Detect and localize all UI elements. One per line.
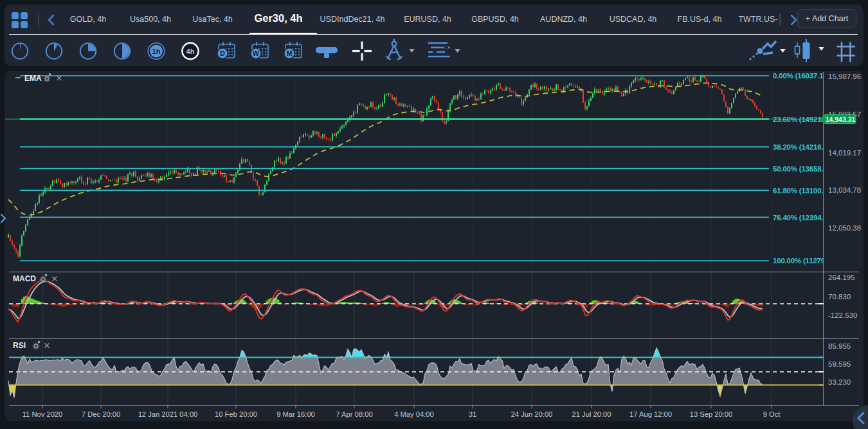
svg-text:15,987.96: 15,987.96: [828, 73, 861, 80]
svg-text:W: W: [253, 49, 259, 57]
svg-text:9 Oct: 9 Oct: [763, 410, 781, 418]
svg-text:7 Dec 20:00: 7 Dec 20:00: [82, 410, 120, 418]
svg-text:31: 31: [469, 410, 476, 418]
svg-text:9 Mar 16:00: 9 Mar 16:00: [276, 410, 315, 418]
svg-text:59.595: 59.595: [828, 360, 851, 368]
svg-text:14,943.31: 14,943.31: [826, 116, 856, 123]
svg-text:17 Aug 12:00: 17 Aug 12:00: [629, 410, 672, 418]
svg-text:-122.530: -122.530: [828, 311, 857, 319]
svg-text:4 May 04:00: 4 May 04:00: [394, 410, 434, 418]
svg-text:4h: 4h: [186, 48, 195, 55]
svg-text:7 Apr 08:00: 7 Apr 08:00: [336, 410, 372, 418]
svg-text:264.195: 264.195: [828, 274, 855, 281]
svg-text:12,050.38: 12,050.38: [828, 224, 861, 232]
svg-text:D: D: [220, 49, 225, 57]
svg-text:M: M: [287, 49, 293, 57]
svg-text:MACD: MACD: [13, 274, 36, 283]
svg-text:70.830: 70.830: [828, 293, 851, 301]
svg-text:13,034.78: 13,034.78: [828, 186, 861, 194]
svg-text:0.00% (16037.18): 0.00% (16037.18): [773, 72, 830, 80]
svg-text:24 Jun 20:00: 24 Jun 20:00: [511, 410, 553, 418]
svg-text:1h: 1h: [152, 48, 161, 55]
svg-text:14,019.17: 14,019.17: [828, 149, 861, 157]
svg-text:85.955: 85.955: [828, 342, 851, 350]
svg-text:13 Sep 20:00: 13 Sep 20:00: [690, 410, 733, 418]
svg-text:11 Nov 2020: 11 Nov 2020: [23, 410, 63, 418]
svg-text:33.230: 33.230: [828, 378, 851, 386]
svg-text:21 Jul 20:00: 21 Jul 20:00: [572, 410, 611, 418]
svg-text:EMA: EMA: [24, 74, 42, 83]
svg-text:10 Feb 20:00: 10 Feb 20:00: [215, 410, 257, 418]
svg-text:RSI: RSI: [13, 341, 26, 350]
svg-text:12 Jan 2021 04:00: 12 Jan 2021 04:00: [138, 410, 198, 418]
